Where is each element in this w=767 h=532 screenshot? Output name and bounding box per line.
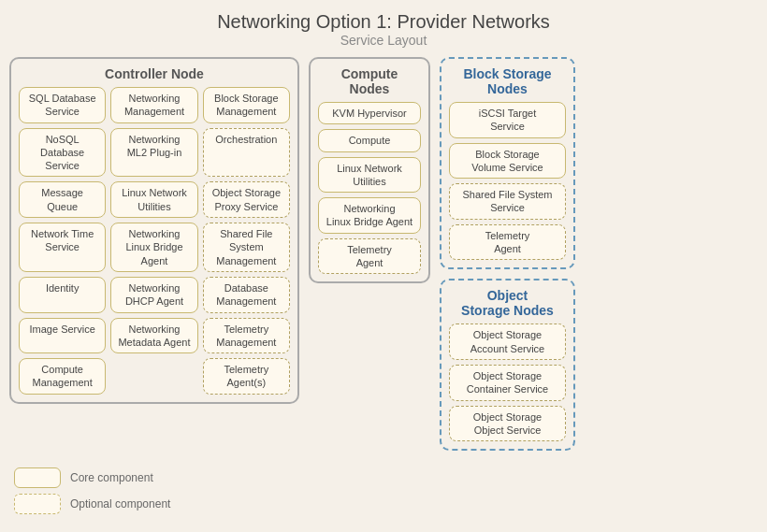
controller-service-cell: Telemetry Management [203,318,290,354]
object-storage-service-cell: Object Storage Container Service [449,365,566,401]
core-legend: Core component [14,467,753,488]
optional-legend: Optional component [14,494,753,514]
compute-node-box: Compute Nodes KVM HypervisorComputeLinux… [309,57,430,283]
page-subtitle: Service Layout [0,33,767,48]
compute-service-cell: Compute [318,129,421,151]
controller-service-cell: Object Storage Proxy Service [203,181,290,218]
optional-legend-label: Optional component [70,497,170,510]
optional-legend-box [14,494,61,514]
object-storage-service-cell: Object Storage Object Service [449,406,566,442]
controller-service-cell: Message Queue [19,181,106,218]
controller-service-cell: Network Time Service [19,223,106,272]
controller-service-cell: Networking ML2 Plug-in [110,128,197,178]
block-storage-node-title: Block Storage Nodes [449,66,566,96]
block-storage-service-cell: Telemetry Agent [449,224,566,261]
block-storage-service-cell: iSCSI Target Service [449,102,566,138]
controller-service-cell: NoSQL Database Service [19,128,106,178]
controller-service-cell: Telemetry Agent(s) [203,358,290,395]
controller-service-cell: Identity [19,277,106,313]
controller-service-cell: Networking Metadata Agent [110,318,197,354]
block-storage-service-cell: Block Storage Volume Service [449,143,566,180]
controller-service-cell: Linux Network Utilities [110,181,197,218]
controller-service-cell: Compute Management [19,358,106,395]
controller-service-cell: Networking Linux Bridge Agent [110,223,197,272]
block-storage-service-cell: Shared File System Service [449,183,566,220]
controller-service-cell: Networking DHCP Agent [110,277,197,313]
controller-service-cell: Orchestration [203,128,290,178]
controller-service-cell: Block Storage Management [203,87,290,123]
controller-service-cell: Shared File System Management [203,223,290,272]
core-legend-box [14,467,61,488]
compute-node-title: Compute Nodes [318,66,421,96]
object-storage-node-title: Object Storage Nodes [449,288,566,318]
controller-service-cell: SQL Database Service [19,87,106,123]
block-storage-node-box: Block Storage Nodes iSCSI Target Service… [440,57,575,269]
controller-node-box: Controller Node SQL Database ServiceNetw… [9,57,299,404]
controller-node-title: Controller Node [19,66,290,81]
page-title: Networking Option 1: Provider Networks [0,0,767,33]
controller-service-cell: Image Service [19,318,106,354]
compute-service-cell: Linux Network Utilities [318,157,421,194]
compute-service-cell: Networking Linux Bridge Agent [318,197,421,234]
controller-service-cell: Networking Management [110,87,197,123]
controller-service-cell: Database Management [203,277,290,313]
compute-service-cell: Telemetry Agent [318,238,421,275]
object-storage-node-box: Object Storage Nodes Object Storage Acco… [440,279,575,451]
object-storage-service-cell: Object Storage Account Service [449,324,566,360]
compute-service-cell: KVM Hypervisor [318,102,421,124]
core-legend-label: Core component [70,471,153,484]
